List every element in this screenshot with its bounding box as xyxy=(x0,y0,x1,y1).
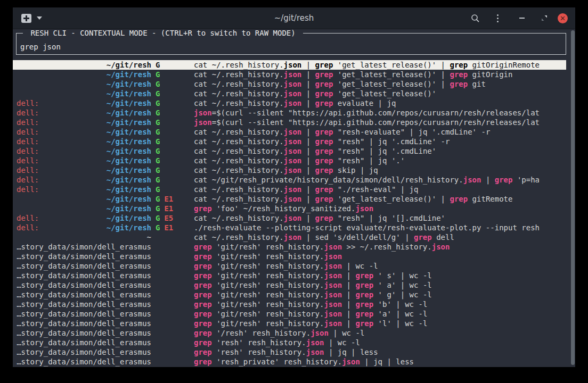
history-row[interactable]: dell:~/git/reshGcat ~/.resh_history.json… xyxy=(13,185,566,194)
command-text: grep 'resh' resh_history.json | wc -l xyxy=(194,338,566,347)
history-row[interactable]: dell:~/git/reshGcat ~/.resh_history.json… xyxy=(13,146,566,156)
history-row[interactable]: dell:~/git/reshGcat ~/.resh_history.json… xyxy=(13,127,566,137)
row-flags xyxy=(151,290,194,299)
kebab-menu-icon[interactable] xyxy=(492,12,503,24)
command-segment: >> ~/.resh_history. xyxy=(342,243,432,251)
device-label: dell: xyxy=(17,98,39,108)
command-segment: '/resh' resh_history. xyxy=(212,329,311,337)
history-row[interactable]: …story_data/simon/dell_erasmusgrep 'git/… xyxy=(13,290,566,299)
command-text: grep 'resh' resh_history.json | jq | les… xyxy=(194,347,566,357)
row-location: ~ xyxy=(17,232,151,242)
match-highlight: json xyxy=(194,118,212,127)
command-segment: 'resh' resh_history. xyxy=(212,348,306,356)
command-segment: cat ~/.resh_history. xyxy=(194,147,284,155)
row-location: …story_data/simon/dell_erasmus xyxy=(17,357,151,367)
flag-badge: E1 xyxy=(164,223,173,232)
device-label: dell: xyxy=(17,223,39,232)
history-row[interactable]: ~/git/reshGcat ~/.resh_history.json | gr… xyxy=(13,70,566,79)
terminal-content: RESH CLI - CONTEXTUAL MODE - (CTRL+R to … xyxy=(13,29,575,367)
row-location: dell:~/git/resh xyxy=(17,185,151,194)
search-icon[interactable] xyxy=(469,12,481,24)
flag-badge: G xyxy=(156,128,160,136)
match-highlight: json xyxy=(284,99,302,107)
match-highlight: grep xyxy=(414,233,432,242)
command-segment: cat ~/.resh_history. xyxy=(194,156,284,165)
history-row[interactable]: ~/git/reshGE1cat ~/.resh_history.json | … xyxy=(13,194,566,204)
history-row[interactable]: dell:~/git/reshGcat ~/.resh_history.json… xyxy=(13,165,566,175)
history-row[interactable]: dell:~/git/reshGE5cat ~/.resh_history.js… xyxy=(13,213,566,223)
history-row[interactable]: …story_data/simon/dell_erasmusgrep 'resh… xyxy=(13,357,566,367)
command-text: cat ~/.resh_history.json | grep "resh" |… xyxy=(194,146,566,156)
history-row[interactable]: dell:~/git/reshGcat ~/.resh_history.json… xyxy=(13,137,566,146)
match-highlight: json xyxy=(324,310,342,318)
command-text: cat ~/.resh_history.json | grep 'get_lat… xyxy=(194,89,566,98)
history-row[interactable]: …story_data/simon/dell_erasmusgrep 'git/… xyxy=(13,271,566,280)
history-row[interactable]: ~/git/reshGE1grep 'foo' ~/resh_history_s… xyxy=(13,204,566,213)
row-flags xyxy=(151,261,194,271)
row-flags: G xyxy=(151,60,194,70)
flag-badge: G xyxy=(156,61,160,69)
row-flags xyxy=(151,309,194,319)
history-row[interactable]: …story_data/simon/dell_erasmusgrep 'git/… xyxy=(13,242,566,252)
history-row[interactable]: …story_data/simon/dell_erasmusgrep 'git/… xyxy=(13,309,566,319)
history-row[interactable]: …story_data/simon/dell_erasmusgrep '/res… xyxy=(13,328,566,338)
command-text: cat ~/.resh_history.json | grep "resh" |… xyxy=(194,213,566,223)
chevron-down-icon[interactable] xyxy=(37,16,42,20)
command-segment: 'resh_private' resh_history. xyxy=(212,357,342,366)
scrollbar-thumb[interactable] xyxy=(571,30,575,365)
match-highlight: grep xyxy=(194,243,212,251)
history-row[interactable]: dell:~/git/reshGcat ~/git/resh_private/h… xyxy=(13,175,566,185)
path-label: ~/git/resh xyxy=(107,194,151,204)
row-flags xyxy=(151,319,194,328)
history-row[interactable]: dell:~/git/reshGjson=$(curl --silent "ht… xyxy=(13,108,566,118)
history-row[interactable]: dell:~/git/reshGjson=$(curl --silent "ht… xyxy=(13,118,566,127)
row-location: …story_data/simon/dell_erasmus xyxy=(17,271,151,280)
match-highlight: json xyxy=(463,176,481,184)
history-row[interactable]: …story_data/simon/dell_erasmusgrep 'resh… xyxy=(13,338,566,347)
history-list: ~/git/reshGcat ~/.resh_history.json | gr… xyxy=(13,60,566,367)
command-segment: 'git/resh' resh_history. xyxy=(212,310,324,318)
command-text: grep 'git/resh' resh_history.json >> ~/.… xyxy=(194,242,566,252)
device-label: dell: xyxy=(17,156,39,165)
match-highlight: json xyxy=(311,329,329,337)
history-row[interactable]: …story_data/simon/dell_erasmusgrep 'resh… xyxy=(13,347,566,357)
history-row[interactable]: …story_data/simon/dell_erasmusgrep 'git/… xyxy=(13,280,566,290)
history-row[interactable]: …story_data/simon/dell_erasmusgrep 'git/… xyxy=(13,261,566,271)
new-tab-icon[interactable] xyxy=(21,14,31,23)
command-text: grep 'foo' ~/resh_history_sanitized.json xyxy=(194,204,566,213)
command-segment: cat ~/.resh_history. xyxy=(194,128,284,136)
history-row[interactable]: ~cat ~/.resh_history.json | sed 's/dell/… xyxy=(13,232,566,242)
path-label: …story_data/simon/dell_erasmus xyxy=(17,328,151,338)
command-segment: =$(curl --silent "https://api.github.com… xyxy=(212,109,540,117)
command-segment: | xyxy=(301,128,315,136)
command-segment: 'get_latest_release()' | xyxy=(333,61,450,69)
history-row[interactable]: dell:~/git/reshGcat ~/.resh_history.json… xyxy=(13,156,566,165)
flag-badge: E1 xyxy=(164,204,173,213)
history-row[interactable]: …story_data/simon/dell_erasmusgrep 'git/… xyxy=(13,252,566,261)
history-row[interactable]: …story_data/simon/dell_erasmusgrep 'git/… xyxy=(13,299,566,309)
restore-icon[interactable] xyxy=(538,12,550,24)
path-label: …story_data/simon/dell_erasmus xyxy=(17,290,151,299)
search-query-input[interactable]: grep json xyxy=(20,43,61,51)
command-segment: cat ~/.resh_history. xyxy=(194,214,284,222)
command-segment: | wc -l xyxy=(324,338,360,347)
history-row[interactable]: …story_data/simon/dell_erasmusgrep 'git/… xyxy=(13,319,566,328)
match-highlight: grep xyxy=(194,252,212,261)
history-row-selected[interactable]: ~/git/reshGcat ~/.resh_history.json | gr… xyxy=(13,60,566,70)
command-segment: | wc -l xyxy=(342,262,378,270)
close-icon[interactable]: ✕ xyxy=(558,13,568,23)
match-highlight: grep xyxy=(315,195,333,203)
match-highlight: json xyxy=(284,156,302,165)
history-row[interactable]: ~/git/reshGcat ~/.resh_history.json | gr… xyxy=(13,79,566,89)
history-row[interactable]: ~/git/reshGcat ~/.resh_history.json | gr… xyxy=(13,89,566,98)
history-row[interactable]: dell:~/git/reshGE1./resh-evaluate --plot… xyxy=(13,223,566,232)
command-segment: 'git/resh' resh_history. xyxy=(212,252,324,261)
row-flags xyxy=(151,299,194,309)
match-highlight: json xyxy=(284,70,302,79)
row-location: dell:~/git/resh xyxy=(17,127,151,137)
command-text: cat ~/.resh_history.json | grep "resh" |… xyxy=(194,137,566,146)
history-row[interactable]: dell:~/git/reshGcat ~/.resh_history.json… xyxy=(13,98,566,108)
command-segment: 'git/resh' resh_history. xyxy=(212,271,324,280)
minimize-icon[interactable] xyxy=(516,12,528,24)
command-segment: 'git/resh' resh_history. xyxy=(212,281,324,289)
